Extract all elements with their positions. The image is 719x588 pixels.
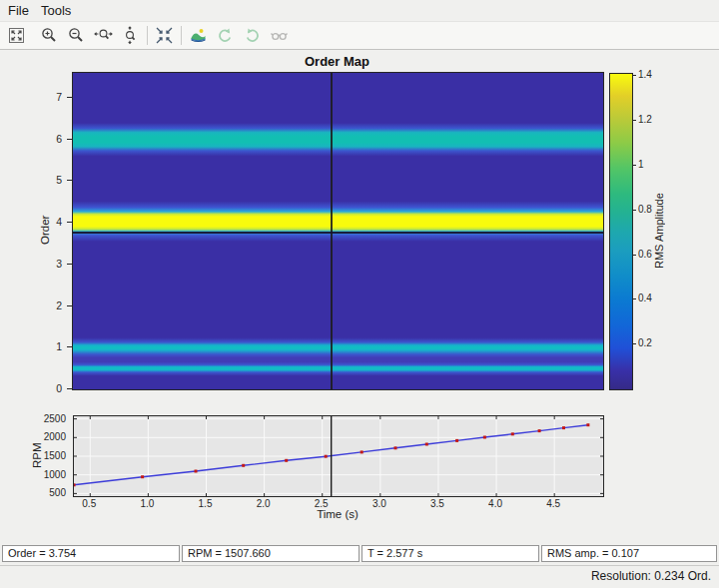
colorbar-tick-label: 1 <box>638 159 644 171</box>
colorbar-tick-label: 1.2 <box>638 114 652 126</box>
rpm-data-marker <box>394 446 397 449</box>
fit-to-window-button[interactable] <box>3 24 30 47</box>
order-analysis-window: File Tools <box>0 0 719 588</box>
rpm-data-marker <box>511 432 514 435</box>
colorbar-tick-mark <box>632 210 636 211</box>
rpm-tick-label: 2000 <box>16 431 66 442</box>
rpm-data-marker <box>242 464 245 467</box>
order-tick-mark <box>67 97 72 98</box>
3d-view-button[interactable] <box>266 24 293 47</box>
toolbar <box>0 21 719 50</box>
rpm-data-marker <box>483 436 486 439</box>
rpm-data-marker <box>360 450 363 453</box>
colorbar-tick-mark <box>632 75 636 76</box>
order-cursor-line[interactable] <box>73 232 603 234</box>
colorbar-tick-mark <box>632 165 636 166</box>
order-tick-label: 0 <box>18 382 62 394</box>
rpm-data-marker <box>325 455 328 458</box>
colorbar-tick-label: 0.4 <box>638 293 652 304</box>
resolution-status: Resolution: 0.234 Ord. <box>0 565 719 588</box>
order-tick-label: 7 <box>18 91 62 103</box>
zoom-in-icon <box>40 26 59 45</box>
colorbar-label: RMS Amplitude <box>652 73 666 388</box>
rpm-data-marker <box>74 483 76 486</box>
menu-file[interactable]: File <box>8 3 29 18</box>
toolbar-separator <box>147 26 148 45</box>
rotate-left-icon <box>216 26 235 45</box>
rpm-data-marker <box>562 426 565 429</box>
order-tick-mark <box>67 139 72 140</box>
colorbar-tick-label: 0.8 <box>638 204 652 216</box>
status-time: T = 2.577 s <box>361 545 539 562</box>
zoom-out-button[interactable] <box>63 24 90 47</box>
status-rpm: RPM = 1507.660 <box>182 545 360 562</box>
rotate-left-button[interactable] <box>212 24 239 47</box>
rpm-tick-label: 2500 <box>16 413 66 424</box>
order-map-plot[interactable] <box>72 72 604 390</box>
colorbar-tick-mark <box>632 255 636 256</box>
order-tick-mark <box>67 346 72 347</box>
order-tick-mark <box>67 305 72 306</box>
colorbar[interactable] <box>609 73 633 390</box>
order-axis-ticks: 01234567 <box>0 72 72 388</box>
rotate-right-button[interactable] <box>239 24 266 47</box>
order-tick-label: 5 <box>18 174 62 186</box>
menu-tools[interactable]: Tools <box>41 3 71 18</box>
rpm-data-marker <box>586 423 589 426</box>
rpm-data-marker <box>285 459 288 462</box>
fit-data-icon <box>155 26 174 45</box>
rpm-plot[interactable] <box>73 415 604 497</box>
rpm-data-marker <box>141 475 144 478</box>
3d-glasses-icon <box>270 26 289 45</box>
toolbar-separator <box>181 26 182 45</box>
order-tick-mark <box>67 264 72 265</box>
rpm-tick-label: 1000 <box>16 469 66 480</box>
time-axis-label: Time (s) <box>73 508 602 520</box>
rpm-tick-label: 1500 <box>16 450 66 461</box>
zoom-in-button[interactable] <box>36 24 63 47</box>
colormap-button[interactable] <box>185 24 212 47</box>
rotate-right-icon <box>243 26 262 45</box>
fit-data-button[interactable] <box>151 24 178 47</box>
zoom-y-icon <box>121 26 140 45</box>
order-tick-label: 3 <box>18 258 62 270</box>
colorbar-tick-mark <box>632 298 636 299</box>
order-tick-label: 1 <box>18 340 62 352</box>
fit-to-window-icon <box>7 26 26 45</box>
colorbar-tick-mark <box>632 120 636 121</box>
order-tick-mark <box>67 388 72 389</box>
colorbar-tick-label: 0.2 <box>638 337 652 349</box>
rpm-tick-label: 500 <box>16 487 66 498</box>
zoom-y-button[interactable] <box>117 24 144 47</box>
colorbar-tick-mark <box>632 343 636 344</box>
status-order: Order = 3.754 <box>2 545 180 562</box>
status-rms: RMS amp. = 0.107 <box>541 545 717 562</box>
order-tick-mark <box>67 180 72 181</box>
rpm-data-marker <box>538 429 541 432</box>
colorbar-tick-label: 0.6 <box>638 249 652 261</box>
rpm-data-marker <box>455 439 458 442</box>
rpm-data-marker <box>195 470 198 473</box>
page-title: Order Map <box>72 54 602 69</box>
order-tick-mark <box>67 222 72 223</box>
menu-bar: File Tools <box>0 0 719 21</box>
zoom-out-icon <box>67 26 86 45</box>
rpm-axis-ticks: 5001000150020002500 <box>0 415 70 495</box>
zoom-x-button[interactable] <box>90 24 117 47</box>
order-tick-label: 4 <box>18 216 62 228</box>
rpm-data-marker <box>425 443 428 446</box>
colormap-icon <box>189 26 208 45</box>
zoom-x-icon <box>94 26 113 45</box>
colorbar-tick-label: 1.4 <box>638 69 652 81</box>
order-tick-label: 2 <box>18 299 62 311</box>
order-tick-label: 6 <box>18 133 62 145</box>
